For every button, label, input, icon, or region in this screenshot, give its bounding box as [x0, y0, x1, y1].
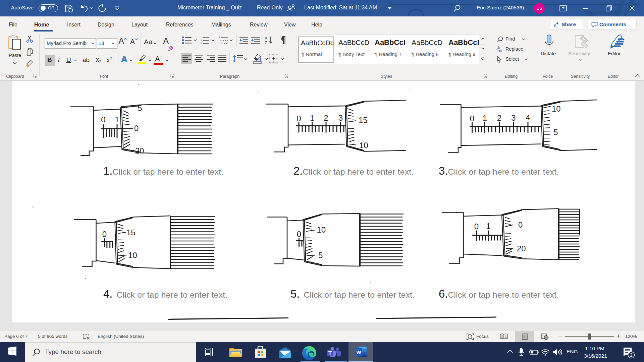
- svg-text:3: 3: [511, 113, 516, 122]
- svg-text:0: 0: [101, 115, 105, 124]
- svg-text:5: 5: [553, 128, 558, 137]
- svg-text:2: 2: [497, 113, 501, 122]
- svg-text:4: 4: [526, 113, 530, 122]
- svg-text:0: 0: [134, 124, 139, 133]
- svg-text:0: 0: [297, 114, 301, 123]
- svg-text:5: 5: [318, 251, 323, 260]
- svg-text:2: 2: [324, 113, 328, 122]
- svg-text:20: 20: [517, 244, 526, 253]
- svg-text:0: 0: [518, 220, 523, 229]
- svg-text:0: 0: [474, 222, 479, 231]
- svg-text:3: 3: [338, 113, 343, 122]
- svg-text:1: 1: [115, 115, 119, 124]
- svg-text:2: 2: [630, 352, 633, 358]
- svg-text:1: 1: [310, 114, 314, 123]
- svg-text:5: 5: [138, 104, 142, 113]
- svg-text:10: 10: [359, 141, 368, 150]
- svg-text:10: 10: [128, 251, 137, 260]
- svg-text:15: 15: [359, 116, 368, 125]
- svg-text:W: W: [356, 349, 361, 355]
- svg-text:20: 20: [135, 146, 144, 155]
- svg-text:0: 0: [297, 230, 301, 239]
- svg-text:15: 15: [126, 228, 136, 237]
- svg-text:0: 0: [470, 114, 474, 123]
- svg-text:1: 1: [483, 114, 487, 123]
- svg-text:0: 0: [102, 230, 107, 239]
- svg-text:10: 10: [317, 225, 326, 234]
- svg-text:10: 10: [552, 104, 561, 113]
- svg-text:1: 1: [486, 222, 490, 231]
